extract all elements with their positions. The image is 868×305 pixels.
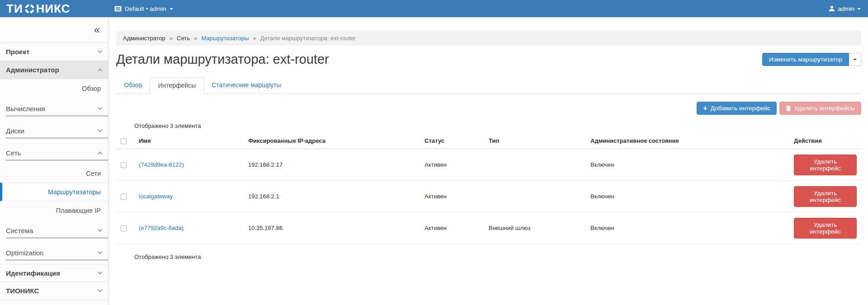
col-header-name: Имя [134,133,244,149]
sidebar-item-label: Плавающие IP [56,207,101,214]
add-interface-label: Добавить интерфейс [711,105,770,112]
sidebar: « Проект Администратор Обзор Вычисления … [0,17,108,305]
sidebar-group-optimization[interactable]: Optimization [0,242,108,264]
tab-interfaces[interactable]: Интерфейсы [150,77,204,94]
tab-overview[interactable]: Обзор [116,77,150,94]
user-menu-label: admin [838,5,854,12]
chevron-up-icon [98,152,103,156]
tionix-logo: ТИ НИКС [0,0,108,17]
sidebar-group-network[interactable]: Сеть [0,142,108,164]
breadcrumb-item-routers[interactable]: Маршрутизаторы [201,35,249,42]
chevron-down-icon [98,128,103,132]
chevron-down-icon [98,270,103,274]
row-checkbox[interactable] [121,225,127,231]
chevron-down-icon [853,59,857,61]
chevron-down-icon [170,8,173,10]
tab-static-routes[interactable]: Статические маршруты [204,77,288,94]
interface-name-link[interactable]: (7429d9ea-6122) [139,161,184,168]
trash-icon [786,105,791,111]
cell-fixed-ips: 192.168.2.1 [244,181,420,212]
sidebar-group-compute[interactable]: Вычисления [0,98,108,120]
context-switcher[interactable]: Default • admin [114,5,173,12]
cell-type [484,149,586,181]
sidebar-item-floating-ips[interactable]: Плавающие IP [0,201,108,220]
row-checkbox[interactable] [121,194,127,200]
sidebar-item-label: Сеть [6,149,21,157]
breadcrumb-separator: » [170,35,173,42]
chevron-down-icon [98,250,103,254]
top-navbar: ТИ НИКС Default • admin admin [0,0,868,17]
breadcrumb-separator: » [194,35,197,42]
sidebar-item-label: Система [6,227,33,235]
plus-icon: + [703,105,707,111]
cell-status: Активен [420,212,484,244]
breadcrumb-item-network: Сеть [177,35,190,42]
cell-fixed-ips: 192.168.2.17 [244,149,420,181]
chevron-down-icon [98,288,103,292]
col-header-fixed-ips: Фиксированные IP-адреса [244,133,420,149]
sidebar-item-label: Вычисления [6,105,45,113]
sidebar-item-label: Маршрутизаторы [48,188,101,196]
sidebar-item-label: Обзор [82,85,101,92]
user-menu[interactable]: admin [829,5,868,12]
delete-interface-button[interactable]: Удалить интерфейс [794,186,857,207]
sidebar-item-tionix[interactable]: ТИОНИКС [0,282,108,300]
logo-text-left: ТИ [6,0,23,17]
logo-text-right: НИКС [36,0,71,17]
items-displayed-top: Отображено 3 элемента [134,122,861,129]
page-title: Детали маршрутизатора: ext-router [116,52,329,67]
cell-fixed-ips: 10.35.197.86 [244,212,420,244]
col-header-actions: Действия [789,133,861,149]
sidebar-item-label: Диски [6,127,24,135]
delete-interfaces-label: Удалить интерфейсы [794,105,855,112]
breadcrumb: Администратор » Сеть » Маршрутизаторы » … [116,30,861,46]
sidebar-item-label: Идентификация [6,269,60,277]
sidebar-group-system[interactable]: Система [0,220,108,242]
sidebar-item-label: Сети [86,170,101,177]
sidebar-group-volumes[interactable]: Диски [0,120,108,142]
cell-admin-state: Включен [586,212,789,244]
cell-type [484,181,586,212]
logo-turbine-icon [24,4,35,14]
edit-router-split-button: Изменить маршрутизатор [762,53,861,66]
detail-tabs: Обзор Интерфейсы Статические маршруты [116,77,861,94]
sidebar-collapse-button[interactable]: « [0,17,108,43]
chevron-up-icon [98,69,103,73]
interface-name-link[interactable]: (e7792a9c-6ada) [139,225,184,231]
table-row: localgateway 192.168.2.1 Активен Включен… [116,181,861,212]
col-header-status: Статус [420,133,484,149]
cell-admin-state: Включен [586,149,789,181]
table-row: (e7792a9c-6ada) 10.35.197.86 Активен Вне… [116,212,861,244]
page-header: Детали маршрутизатора: ext-router Измени… [116,52,861,70]
edit-router-button[interactable]: Изменить маршрутизатор [762,53,849,66]
chevron-down-icon [98,106,103,110]
sidebar-item-project[interactable]: Проект [0,43,108,61]
chevron-down-icon [98,49,103,53]
table-header-row: Имя Фиксированные IP-адреса Статус Тип А… [116,133,861,149]
edit-router-dropdown-toggle[interactable] [849,53,861,66]
delete-interface-button[interactable]: Удалить интерфейс [794,155,857,175]
table-actions: + Добавить интерфейс Удалить интерфейсы [116,102,861,115]
sidebar-item-label: Проект [6,48,29,56]
table-row: (7429d9ea-6122) 192.168.2.17 Активен Вкл… [116,149,861,181]
interface-name-link[interactable]: localgateway [139,193,173,200]
row-checkbox[interactable] [121,162,127,168]
breadcrumb-item-current: Детали маршрутизатора: ext-router [260,35,356,42]
context-switcher-icon [114,6,122,12]
items-displayed-bottom: Отображено 3 элемента [134,253,861,260]
delete-interface-button[interactable]: Удалить интерфейс [794,218,857,239]
cell-type: Внешний шлюз [484,212,586,244]
add-interface-button[interactable]: + Добавить интерфейс [697,102,777,115]
sidebar-item-label: Администратор [6,66,59,74]
select-all-checkbox[interactable] [121,138,127,144]
sidebar-item-overview[interactable]: Обзор [0,79,108,98]
cell-admin-state: Включен [586,181,789,212]
sidebar-item-identity[interactable]: Идентификация [0,264,108,282]
sidebar-item-admin[interactable]: Администратор [0,61,108,79]
sidebar-item-routers[interactable]: Маршрутизаторы [0,183,108,201]
cell-status: Активен [420,181,484,212]
delete-interfaces-button[interactable]: Удалить интерфейсы [779,102,861,115]
sidebar-item-networks[interactable]: Сети [0,164,108,183]
col-header-type: Тип [484,133,586,149]
user-icon [829,5,835,12]
